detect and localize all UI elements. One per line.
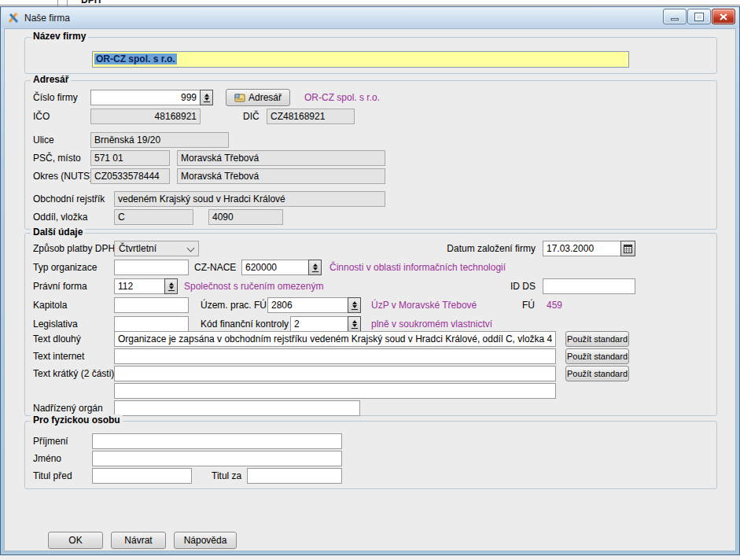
spin-down-icon bbox=[313, 267, 318, 271]
text-kratky-label: Text krátký (2 části) bbox=[33, 366, 114, 381]
text-kratky-input-2[interactable] bbox=[114, 383, 556, 399]
pouzit-standard-button-2[interactable]: Použít standard bbox=[565, 348, 629, 364]
address-book-icon bbox=[234, 93, 245, 102]
uzem-prac-fu-input[interactable] bbox=[267, 297, 348, 313]
titlebar[interactable]: Naše firma bbox=[2, 7, 738, 28]
ico-label: IČO bbox=[33, 109, 50, 124]
navrat-button[interactable]: Návrat bbox=[111, 532, 166, 549]
text-dlouhy-input[interactable] bbox=[114, 331, 556, 347]
cislo-firmy-label: Číslo firmy bbox=[33, 90, 78, 105]
titul-za-label: Titul za bbox=[212, 468, 241, 484]
dialog-client-area: Název firmy OR-CZ spol. s r.o. Adresář Č… bbox=[4, 28, 736, 551]
spin-down-icon bbox=[352, 324, 357, 327]
cznace-spinner[interactable] bbox=[308, 260, 322, 275]
legislativa-label: Legislativa bbox=[33, 316, 78, 332]
dic-label: DIČ bbox=[243, 109, 260, 124]
titul-za-input[interactable] bbox=[247, 468, 342, 484]
fu-label: FÚ bbox=[466, 297, 535, 313]
nadrizeny-organ-input[interactable] bbox=[114, 400, 360, 416]
pravni-forma-input[interactable] bbox=[114, 278, 165, 294]
kod-financni-kontroly-label: Kód finanční kontroly bbox=[201, 316, 289, 332]
pravni-forma-label: Právní forma bbox=[33, 278, 87, 294]
fu-value: 459 bbox=[547, 297, 562, 313]
vlozka-field: 4090 bbox=[208, 209, 283, 225]
zpusob-dph-select[interactable]: Čtvrtletní bbox=[114, 241, 199, 256]
text-dlouhy-label: Text dlouhý bbox=[33, 331, 81, 347]
titul-pred-input[interactable] bbox=[92, 468, 192, 484]
oddil-vlozka-label: Oddíl, vložka bbox=[33, 209, 87, 225]
typ-organizace-label: Typ organizace bbox=[33, 260, 97, 275]
spin-up-icon bbox=[169, 282, 174, 286]
company-name-selected-text: OR-CZ spol. s r.o. bbox=[94, 53, 177, 64]
psc-field: 571 01 bbox=[90, 150, 170, 166]
napoveda-button[interactable]: Nápověda bbox=[174, 532, 237, 549]
chevron-down-icon bbox=[187, 245, 195, 252]
kod-financni-kontroly-input[interactable] bbox=[290, 316, 348, 332]
rejstrik-field: vedeném Krajský soud v Hradci Králové bbox=[114, 191, 385, 207]
jmeno-label: Jméno bbox=[33, 451, 61, 466]
maximize-button[interactable] bbox=[687, 9, 711, 24]
close-icon bbox=[720, 13, 727, 20]
group-fyzicka-osoba-legend: Pro fyzickou osobu bbox=[31, 414, 123, 426]
company-name-field[interactable]: OR-CZ spol. s r.o. bbox=[92, 51, 629, 68]
cznace-description: Činnosti v oblasti informačních technolo… bbox=[330, 260, 506, 275]
spin-down-icon bbox=[204, 98, 209, 101]
cznace-label: CZ-NACE bbox=[194, 260, 236, 275]
prijmeni-label: Příjmení bbox=[33, 433, 68, 449]
background-window-sliver: DPH bbox=[0, 0, 740, 6]
spin-down-icon bbox=[352, 305, 357, 308]
pouzit-standard-button-3[interactable]: Použít standard bbox=[565, 366, 629, 381]
zpusob-dph-label: Způsob platby DPH bbox=[33, 241, 115, 256]
legislativa-input[interactable] bbox=[114, 316, 189, 332]
prijmeni-input[interactable] bbox=[92, 433, 342, 449]
group-adresar-legend: Adresář bbox=[31, 74, 71, 86]
text-internet-input[interactable] bbox=[114, 348, 556, 364]
minimize-icon bbox=[671, 18, 679, 20]
minimize-button[interactable] bbox=[663, 9, 687, 24]
datum-zalozeni-input[interactable] bbox=[543, 241, 621, 256]
zpusob-dph-value: Čtvrtletní bbox=[119, 243, 156, 254]
id-ds-input[interactable] bbox=[543, 278, 635, 294]
app-icon bbox=[7, 12, 20, 24]
dialog-window: Naše firma Název firmy OR-CZ spol. s r.o… bbox=[0, 6, 740, 555]
kapitola-label: Kapitola bbox=[33, 297, 67, 313]
ico-field: 48168921 bbox=[90, 109, 201, 124]
text-internet-label: Text internet bbox=[33, 348, 84, 364]
ulice-field: Brněnská 19/20 bbox=[90, 132, 229, 148]
jmeno-input[interactable] bbox=[92, 451, 342, 466]
spin-up-icon bbox=[352, 301, 357, 304]
calendar-icon bbox=[624, 244, 632, 253]
close-button[interactable] bbox=[712, 9, 735, 24]
cislo-firmy-spinner[interactable] bbox=[200, 90, 213, 105]
kod-financni-kontroly-spinner[interactable] bbox=[348, 316, 361, 332]
spin-up-icon bbox=[204, 94, 209, 97]
maximize-icon bbox=[695, 13, 703, 20]
typ-organizace-input[interactable] bbox=[114, 260, 189, 275]
group-fyzicka-osoba: Pro fyzickou osobu Příjmení Jméno Titul … bbox=[24, 421, 717, 489]
group-nazev-firmy: Název firmy OR-CZ spol. s r.o. bbox=[24, 37, 717, 74]
text-kratky-input[interactable] bbox=[114, 366, 556, 381]
date-picker-button[interactable] bbox=[620, 241, 635, 256]
spin-base-icon bbox=[204, 101, 210, 102]
cislo-firmy-input[interactable] bbox=[90, 90, 201, 105]
psc-misto-label: PSČ, místo bbox=[33, 150, 81, 166]
spin-base-icon bbox=[168, 290, 175, 291]
spin-base-icon bbox=[352, 309, 358, 310]
adresar-button[interactable]: Adresář bbox=[226, 89, 290, 106]
rejstrik-label: Obchodní rejstřík bbox=[33, 191, 105, 207]
kapitola-input[interactable] bbox=[114, 297, 189, 313]
datum-zalozeni-label: Datum založení firmy bbox=[355, 241, 536, 256]
spin-down-icon bbox=[169, 286, 174, 289]
pouzit-standard-button-1[interactable]: Použít standard bbox=[565, 331, 629, 347]
ok-button[interactable]: OK bbox=[48, 532, 103, 549]
company-display-text: OR-CZ spol. s r.o. bbox=[304, 90, 380, 105]
ulice-label: Ulice bbox=[33, 132, 54, 148]
cznace-input[interactable] bbox=[241, 260, 309, 275]
pravni-forma-spinner[interactable] bbox=[164, 278, 178, 294]
id-ds-label: ID DS bbox=[355, 278, 536, 294]
group-nazev-firmy-legend: Název firmy bbox=[31, 31, 88, 42]
uzem-prac-fu-spinner[interactable] bbox=[348, 297, 361, 313]
spin-base-icon bbox=[352, 328, 358, 329]
oddil-field: C bbox=[114, 209, 193, 225]
uzem-prac-fu-description: ÚzP v Moravské Třebové bbox=[371, 297, 477, 313]
